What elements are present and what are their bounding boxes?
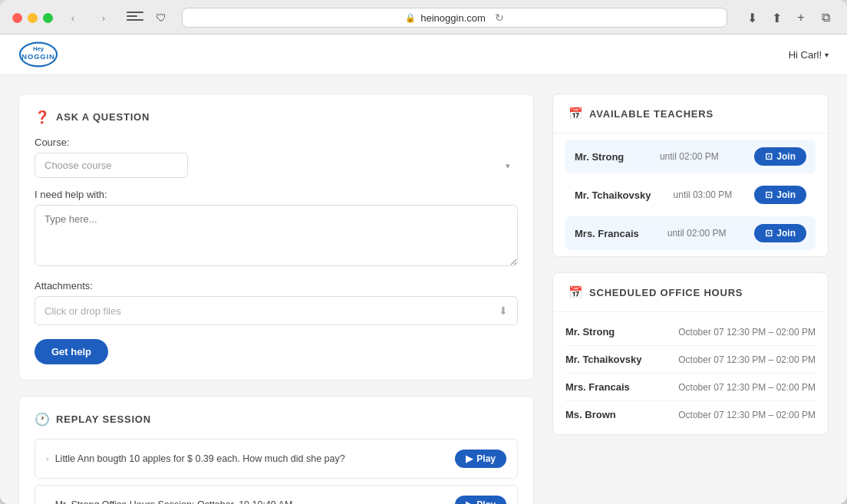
share-button[interactable]: ⬆ bbox=[767, 8, 786, 27]
course-group: Course: Choose course Math Science Engli… bbox=[35, 137, 518, 178]
shield-icon: 🛡 bbox=[156, 12, 166, 24]
scheduled-hours-header: 📅 SCHEDULED OFFICE HOURS bbox=[553, 273, 828, 312]
traffic-lights bbox=[12, 13, 53, 23]
question-icon: ❓ bbox=[35, 110, 50, 124]
attachments-group: Attachments: Click or drop files ⬇ bbox=[35, 280, 518, 325]
file-placeholder: Click or drop files bbox=[44, 305, 121, 317]
schedule-time-3: October 07 12:30 PM – 02:00 PM bbox=[678, 410, 816, 420]
reload-icon[interactable]: ↻ bbox=[495, 12, 504, 24]
scheduled-hours-body: Mr. Strong October 07 12:30 PM – 02:00 P… bbox=[553, 312, 828, 434]
available-teachers-section: 📅 AVAILABLE TEACHERS Mr. Strong until 02… bbox=[552, 94, 829, 257]
available-teachers-body: Mr. Strong until 02:00 PM ⊡ Join Mr. Tch… bbox=[553, 133, 828, 256]
calendar2-icon: 📅 bbox=[569, 285, 583, 299]
ask-question-title: ASK A QUESTION bbox=[56, 111, 150, 123]
minimize-button[interactable] bbox=[28, 13, 38, 23]
replay-item: › Mr. Strong Office Hours Session: Octto… bbox=[35, 485, 518, 504]
course-select[interactable]: Choose course Math Science English bbox=[35, 153, 188, 178]
lock-icon: 🔒 bbox=[405, 13, 416, 23]
teacher-name-2: Mrs. Francais bbox=[575, 228, 639, 239]
replay-item: › Little Ann bougth 10 apples for $ 0.39… bbox=[35, 439, 518, 479]
teacher-row-1: Mr. Tchaikovsky until 03:00 PM ⊡ Join bbox=[565, 178, 816, 212]
available-teachers-header: 📅 AVAILABLE TEACHERS bbox=[553, 94, 828, 133]
schedule-row-2: Mrs. Francais October 07 12:30 PM – 02:0… bbox=[565, 374, 816, 401]
scheduled-hours-section: 📅 SCHEDULED OFFICE HOURS Mr. Strong Octo… bbox=[552, 272, 829, 435]
help-label: I need help with: bbox=[35, 189, 518, 200]
course-select-wrapper: Choose course Math Science English ▾ bbox=[35, 153, 518, 178]
logo: Hey NOGGIN bbox=[18, 41, 58, 68]
video-icon-0: ⊡ bbox=[765, 151, 773, 162]
left-panel: ❓ ASK A QUESTION Course: Choose course M… bbox=[18, 94, 534, 504]
select-arrow-icon: ▾ bbox=[506, 160, 510, 170]
play-button-0[interactable]: ▶ Play bbox=[455, 450, 506, 468]
teacher-time-0: until 02:00 PM bbox=[660, 151, 719, 162]
replay-left-1: › Mr. Strong Office Hours Session: Octto… bbox=[46, 499, 292, 504]
svg-text:Hey: Hey bbox=[33, 45, 44, 52]
replay-session-section: 🕐 REPLAY SESSION › Little Ann bougth 10 … bbox=[18, 396, 534, 504]
schedule-time-2: October 07 12:30 PM – 02:00 PM bbox=[678, 382, 816, 393]
clock-icon: 🕐 bbox=[35, 412, 50, 427]
browser-window: ‹ › 🛡 🔒 heinoggin.com ↻ ⬇ ⬆ + ⧉ bbox=[0, 0, 847, 504]
course-label: Course: bbox=[35, 137, 518, 148]
address-bar[interactable]: 🔒 heinoggin.com ↻ bbox=[182, 8, 727, 28]
back-button[interactable]: ‹ bbox=[62, 9, 84, 26]
play-icon-0: ▶ bbox=[466, 453, 473, 464]
file-input-area[interactable]: Click or drop files ⬇ bbox=[35, 296, 518, 325]
attachments-label: Attachments: bbox=[35, 280, 518, 292]
schedule-row-1: Mr. Tchaikovsky October 07 12:30 PM – 02… bbox=[565, 346, 816, 374]
url-display: heinoggin.com bbox=[420, 12, 486, 24]
help-textarea[interactable] bbox=[35, 205, 518, 266]
ask-question-header: ❓ ASK A QUESTION bbox=[35, 110, 518, 124]
play-icon-1: ▶ bbox=[466, 499, 473, 504]
calendar-icon: 📅 bbox=[569, 107, 583, 120]
join-button-0[interactable]: ⊡ Join bbox=[754, 147, 806, 166]
teacher-name-0: Mr. Strong bbox=[575, 151, 624, 163]
top-nav: Hey NOGGIN Hi Carl! ▾ bbox=[0, 35, 847, 75]
download-button[interactable]: ⬇ bbox=[743, 8, 761, 27]
replay-text-1: Mr. Strong Office Hours Session: Octtobe… bbox=[55, 499, 293, 504]
logo-svg: Hey NOGGIN bbox=[18, 41, 58, 68]
chevron-right-icon-1: › bbox=[46, 500, 49, 504]
right-panel: 📅 AVAILABLE TEACHERS Mr. Strong until 02… bbox=[552, 94, 829, 504]
user-greeting[interactable]: Hi Carl! ▾ bbox=[789, 49, 829, 61]
replay-left-0: › Little Ann bougth 10 apples for $ 0.39… bbox=[46, 453, 345, 464]
replay-session-title: REPLAY SESSION bbox=[56, 413, 151, 425]
video-icon-1: ⊡ bbox=[765, 189, 773, 200]
schedule-time-0: October 07 12:30 PM – 02:00 PM bbox=[678, 327, 816, 338]
schedule-time-1: October 07 12:30 PM – 02:00 PM bbox=[678, 354, 816, 365]
teacher-row-2: Mrs. Francais until 02:00 PM ⊡ Join bbox=[565, 216, 816, 250]
schedule-name-0: Mr. Strong bbox=[565, 326, 615, 338]
available-teachers-title: AVAILABLE TEACHERS bbox=[589, 108, 714, 120]
schedule-name-1: Mr. Tchaikovsky bbox=[565, 354, 641, 365]
upload-icon: ⬇ bbox=[499, 305, 508, 317]
maximize-button[interactable] bbox=[43, 13, 53, 23]
svg-text:NOGGIN: NOGGIN bbox=[21, 52, 54, 61]
help-group: I need help with: bbox=[35, 189, 518, 269]
close-button[interactable] bbox=[12, 13, 22, 23]
schedule-row-3: Ms. Brown October 07 12:30 PM – 02:00 PM bbox=[565, 401, 816, 428]
join-button-2[interactable]: ⊡ Join bbox=[754, 224, 806, 242]
join-button-1[interactable]: ⊡ Join bbox=[754, 186, 806, 204]
teacher-time-2: until 02:00 PM bbox=[667, 228, 727, 239]
schedule-name-2: Mrs. Francais bbox=[565, 381, 630, 393]
schedule-name-3: Ms. Brown bbox=[565, 409, 616, 420]
sidebar-toggle[interactable] bbox=[127, 12, 143, 24]
get-help-button[interactable]: Get help bbox=[35, 339, 108, 364]
tabs-button[interactable]: ⧉ bbox=[816, 8, 835, 27]
video-icon-2: ⊡ bbox=[765, 228, 773, 239]
new-tab-button[interactable]: + bbox=[792, 8, 810, 27]
teacher-name-1: Mr. Tchaikovsky bbox=[575, 189, 651, 201]
chevron-down-icon: ▾ bbox=[825, 51, 829, 59]
ask-question-section: ❓ ASK A QUESTION Course: Choose course M… bbox=[18, 94, 534, 380]
chevron-right-icon-0: › bbox=[46, 454, 49, 463]
browser-actions: ⬇ ⬆ + ⧉ bbox=[743, 8, 835, 27]
page-content: Hey NOGGIN Hi Carl! ▾ ❓ ASK A QUESTION bbox=[0, 35, 847, 504]
replay-text-0: Little Ann bougth 10 apples for $ 0.39 e… bbox=[55, 453, 345, 464]
play-button-1[interactable]: ▶ Play bbox=[455, 496, 506, 504]
browser-chrome: ‹ › 🛡 🔒 heinoggin.com ↻ ⬇ ⬆ + ⧉ bbox=[0, 0, 847, 35]
replay-session-header: 🕐 REPLAY SESSION bbox=[35, 412, 518, 427]
teacher-time-1: until 03:00 PM bbox=[674, 189, 733, 200]
scheduled-hours-title: SCHEDULED OFFICE HOURS bbox=[589, 287, 743, 298]
forward-button[interactable]: › bbox=[93, 9, 114, 26]
schedule-row-0: Mr. Strong October 07 12:30 PM – 02:00 P… bbox=[565, 318, 816, 346]
main-layout: ❓ ASK A QUESTION Course: Choose course M… bbox=[0, 75, 847, 504]
